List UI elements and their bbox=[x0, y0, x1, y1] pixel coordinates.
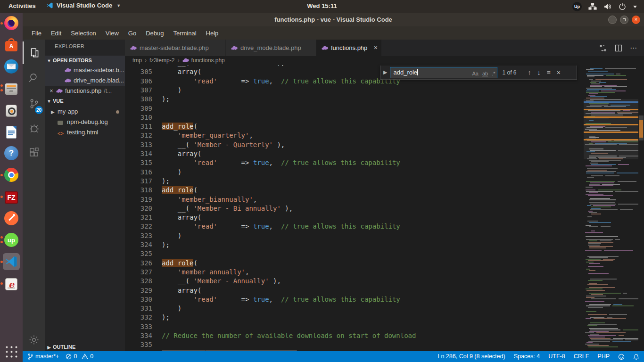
power-icon[interactable] bbox=[619, 3, 626, 10]
code-line-328: 328 __( 'Member - Annually' ), bbox=[125, 277, 584, 286]
dock-item-ubuntu-software[interactable]: A bbox=[3, 36, 20, 53]
status-bar: master*+ 0 0 Ln 286, Col 9 (8 selected)S… bbox=[23, 351, 644, 362]
feedback-smiley-icon[interactable] bbox=[618, 354, 625, 360]
line-number: 324 bbox=[125, 240, 152, 249]
breadcrumb-functions-php[interactable]: functions.php bbox=[191, 57, 224, 64]
menu-go[interactable]: Go bbox=[124, 28, 140, 38]
project-section-header[interactable]: ▼VUE bbox=[45, 96, 125, 106]
match-case-toggle[interactable]: Aa bbox=[472, 68, 478, 79]
line-number: 327 bbox=[125, 268, 152, 277]
outline-section-header[interactable]: ▶OUTLINE bbox=[45, 342, 125, 352]
dock-item-thunderbird[interactable] bbox=[3, 58, 20, 75]
menu-file[interactable]: File bbox=[27, 28, 46, 38]
open-editors-header[interactable]: ▼OPEN EDITORS bbox=[45, 56, 125, 65]
dock-item-postman[interactable] bbox=[3, 210, 20, 227]
open-editor-item-functions[interactable]: ×functions.php/t... bbox=[45, 86, 125, 96]
line-number: 331 bbox=[125, 304, 152, 313]
dock-item-rhythmbox[interactable] bbox=[3, 101, 20, 118]
show-applications-icon[interactable] bbox=[3, 343, 20, 360]
dock-item-libreoffice-writer[interactable] bbox=[3, 123, 20, 140]
status-language-mode[interactable]: PHP bbox=[597, 351, 610, 362]
folder-item-my-app[interactable]: ▶my-app bbox=[45, 107, 125, 117]
menu-debug[interactable]: Debug bbox=[141, 28, 168, 38]
dock-item-chrome[interactable] bbox=[3, 166, 20, 183]
source-control-icon[interactable]: 20 bbox=[23, 92, 45, 115]
code-line-316: 316 ) bbox=[125, 168, 584, 177]
line-number: 310 bbox=[125, 113, 152, 122]
status-indentation[interactable]: Spaces: 4 bbox=[514, 351, 540, 362]
find-query: add_role bbox=[393, 69, 417, 76]
menu-terminal[interactable]: Terminal bbox=[169, 28, 200, 38]
minimap[interactable] bbox=[584, 65, 638, 351]
dock-item-files[interactable] bbox=[3, 80, 20, 97]
code-line-332: 332); bbox=[125, 313, 584, 322]
maximize-button[interactable] bbox=[620, 16, 628, 24]
status-encoding[interactable]: UTF-8 bbox=[548, 351, 565, 362]
close-tab-icon[interactable]: × bbox=[374, 40, 378, 56]
find-input[interactable]: add_role Aa ab .* bbox=[390, 67, 497, 78]
php-file-icon bbox=[182, 57, 189, 63]
chevron-down-icon[interactable] bbox=[633, 5, 637, 8]
whole-word-toggle[interactable]: ab bbox=[482, 68, 488, 79]
close-button[interactable]: × bbox=[632, 16, 640, 24]
split-editor-icon[interactable] bbox=[615, 44, 622, 52]
tab-master-sidebar.blade.php[interactable]: master-sidebar.blade.php bbox=[125, 40, 226, 56]
line-number: 312 bbox=[125, 131, 152, 140]
close-find-icon[interactable]: × bbox=[557, 69, 561, 76]
network-icon[interactable] bbox=[588, 3, 597, 10]
dock-item-upwork[interactable]: up bbox=[3, 231, 20, 248]
next-match-icon[interactable]: ↓ bbox=[537, 69, 541, 76]
upwork-tray-icon[interactable]: Up bbox=[572, 2, 582, 11]
open-editor-item-drive-mode[interactable]: drive_mode.blad... bbox=[45, 75, 125, 86]
search-icon[interactable] bbox=[23, 66, 45, 89]
menu-help[interactable]: Help bbox=[202, 28, 223, 38]
menu-view[interactable]: View bbox=[101, 28, 123, 38]
settings-gear-icon[interactable] bbox=[23, 329, 45, 351]
extensions-icon[interactable] bbox=[23, 141, 45, 164]
status-eol[interactable]: CRLF bbox=[574, 351, 589, 362]
previous-match-icon[interactable]: ↑ bbox=[528, 69, 531, 76]
dock-item-filezilla[interactable]: FZ bbox=[3, 188, 20, 205]
running-indicator-dot bbox=[0, 84, 3, 87]
tab-drive_mode.blade.php[interactable]: drive_mode.blade.php bbox=[226, 40, 316, 56]
debug-icon[interactable] bbox=[23, 117, 45, 140]
find-in-selection-icon[interactable]: ≡ bbox=[547, 69, 551, 76]
code-line-330: 330 'read' => true, // true allows this … bbox=[125, 295, 584, 304]
menu-edit[interactable]: Edit bbox=[47, 28, 66, 38]
toggle-replace-icon[interactable]: ▶ bbox=[380, 69, 390, 75]
regex-toggle[interactable]: .* bbox=[492, 68, 495, 79]
status-selection-info[interactable]: Ln 286, Col 9 (8 selected) bbox=[438, 351, 505, 362]
clock[interactable]: Wed 15:11 bbox=[0, 2, 644, 9]
dock-item-help[interactable]: ? bbox=[3, 145, 20, 162]
more-actions-icon[interactable]: ⋯ bbox=[630, 44, 637, 52]
open-editor-item-master-sidebar[interactable]: master-sidebar.b... bbox=[45, 65, 125, 75]
breadcrumb-fz3temp-2[interactable]: fz3temp-2 bbox=[149, 57, 174, 64]
volume-icon[interactable] bbox=[603, 3, 612, 10]
code-line-333: 333 bbox=[125, 322, 584, 331]
tab-functions.php[interactable]: functions.php× bbox=[316, 40, 382, 56]
open-changes-icon[interactable] bbox=[599, 44, 607, 52]
screen: Activities Visual Studio Code ▼ Wed 15:1… bbox=[0, 0, 644, 362]
tab-label: drive_mode.blade.php bbox=[240, 44, 301, 51]
dock-item-text-editor[interactable]: e bbox=[3, 275, 20, 292]
line-number: 325 bbox=[125, 249, 152, 258]
git-branch-indicator[interactable]: master*+ bbox=[27, 351, 59, 362]
notifications-bell-icon[interactable] bbox=[633, 354, 639, 360]
window-titlebar[interactable]: functions.php - vue - Visual Studio Code… bbox=[23, 13, 644, 26]
file-item-npm-debug-log[interactable]: npm-debug.log bbox=[45, 117, 125, 127]
vertical-scrollbar[interactable] bbox=[638, 65, 644, 351]
dock-item-firefox[interactable] bbox=[3, 15, 20, 32]
close-editor-icon[interactable]: × bbox=[48, 86, 55, 96]
dock-item-vscode[interactable] bbox=[3, 253, 20, 270]
code-editor[interactable]: 304 __( 'Premium Subscriber' ),305 array… bbox=[125, 65, 584, 351]
file-item-testing-html[interactable]: <>testing.html bbox=[45, 127, 125, 138]
branch-icon bbox=[27, 353, 33, 360]
breadcrumb-tmp[interactable]: tmp bbox=[132, 57, 142, 64]
running-indicator-dot bbox=[0, 196, 3, 198]
explorer-icon[interactable] bbox=[23, 41, 45, 64]
problems-indicator[interactable]: 0 0 bbox=[66, 351, 93, 362]
line-number: 333 bbox=[125, 322, 152, 331]
minimize-button[interactable]: – bbox=[608, 16, 617, 24]
menu-selection[interactable]: Selection bbox=[66, 28, 100, 38]
line-number: 321 bbox=[125, 213, 152, 222]
